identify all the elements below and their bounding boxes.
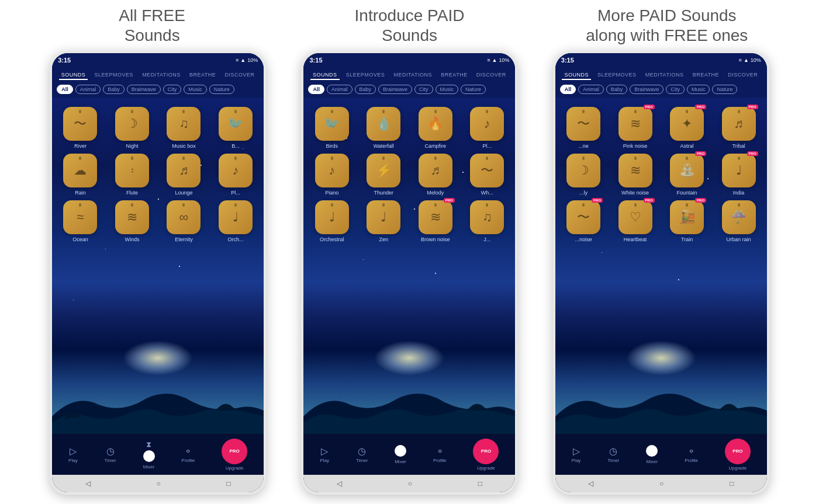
cat-baby-2[interactable]: Baby xyxy=(355,85,376,94)
cat-city-1[interactable]: City xyxy=(163,85,182,94)
nav-profile-2[interactable]: ⚬ Profile xyxy=(433,446,447,463)
tab-meditations-3[interactable]: MEDITATIONS xyxy=(643,71,686,80)
pro-button-3[interactable]: PRO xyxy=(725,439,751,464)
cat-brainwave-1[interactable]: Brainwave xyxy=(127,85,161,94)
sound-item-musicbox[interactable]: ♫Music box xyxy=(160,107,208,149)
nav-profile-3[interactable]: ⚬ Profile xyxy=(685,446,698,463)
pro-button-1[interactable]: PRO xyxy=(222,439,247,464)
nav-mixer-3[interactable]: Mixer xyxy=(646,445,658,464)
nav-upgrade-1[interactable]: PRO Upgrade xyxy=(222,439,247,471)
back-btn-1[interactable]: ◁ xyxy=(85,479,91,488)
cat-baby-3[interactable]: Baby xyxy=(606,85,628,94)
cat-brainwave-2[interactable]: Brainwave xyxy=(378,85,412,94)
cat-animal-3[interactable]: Animal xyxy=(578,85,604,94)
tab-discover-3[interactable]: DISCOVER xyxy=(725,71,760,80)
sound-item-thunder[interactable]: ⚡Thunder xyxy=(360,154,407,196)
tab-sounds-1[interactable]: SOUNDS xyxy=(59,71,88,80)
home-btn-2[interactable]: ○ xyxy=(408,479,412,488)
recent-btn-1[interactable]: □ xyxy=(226,479,230,488)
sound-item-brownnoise[interactable]: PRO≋Brown noise xyxy=(412,200,459,242)
recent-btn-2[interactable]: □ xyxy=(478,479,482,488)
cat-animal-2[interactable]: Animal xyxy=(327,85,353,94)
sound-item-b[interactable]: 🐦B... xyxy=(212,107,260,149)
nav-play-2[interactable]: ▷ Play xyxy=(320,446,329,463)
sound-item-noise[interactable]: PRO〜...noise xyxy=(560,200,607,242)
recent-btn-3[interactable]: □ xyxy=(730,479,734,488)
tab-sleepmoves-3[interactable]: SLEEPMOVES xyxy=(595,71,639,80)
sound-item-river[interactable]: 〜River xyxy=(57,107,104,149)
back-btn-2[interactable]: ◁ xyxy=(337,479,342,488)
sound-item-rain[interactable]: ☁Rain xyxy=(57,154,104,196)
cat-music-2[interactable]: Music xyxy=(436,85,459,94)
pro-button-2[interactable]: PRO xyxy=(473,439,499,464)
sound-item-pinknoise[interactable]: PRO≋Pink noise xyxy=(611,107,659,149)
sound-item-heartbeat[interactable]: PRO♡Heartbeat xyxy=(611,200,659,242)
tab-sleepmoves-1[interactable]: SLEEPMOVES xyxy=(92,71,136,80)
tab-sleepmoves-2[interactable]: SLEEPMOVES xyxy=(344,71,388,80)
home-btn-1[interactable]: ○ xyxy=(156,479,160,488)
cat-city-3[interactable]: City xyxy=(666,85,685,94)
sound-item-ly[interactable]: ☽...ly xyxy=(560,154,607,196)
cat-all-2[interactable]: All xyxy=(308,85,324,94)
cat-nature-2[interactable]: Nature xyxy=(461,85,486,94)
tab-sounds-2[interactable]: SOUNDS xyxy=(310,71,340,80)
tab-breathe-2[interactable]: BREATHE xyxy=(438,71,469,80)
sound-item-fountain[interactable]: PRO⛲Fountain xyxy=(664,154,711,196)
tab-meditations-2[interactable]: MEDITATIONS xyxy=(391,71,434,80)
nav-upgrade-3[interactable]: PRO Upgrade xyxy=(725,439,751,471)
sound-item-urbanrain[interactable]: ☔Urban rain xyxy=(715,200,762,242)
sound-item-orchestral[interactable]: ♩Orchestral xyxy=(308,200,355,242)
tab-discover-1[interactable]: DISCOVER xyxy=(222,71,257,80)
nav-timer-3[interactable]: ◷ Timer xyxy=(607,446,619,463)
sound-item-zen[interactable]: ♩Zen xyxy=(360,200,407,242)
cat-baby-1[interactable]: Baby xyxy=(103,85,125,94)
sound-item-melody[interactable]: ♬Melody xyxy=(412,154,459,196)
sound-item-campfire[interactable]: 🔥Campfire xyxy=(412,107,459,149)
sound-item-birds[interactable]: 🐦Birds xyxy=(308,107,355,149)
sound-item-j[interactable]: ♫J... xyxy=(464,200,511,242)
home-btn-3[interactable]: ○ xyxy=(659,479,664,488)
sound-item-pl[interactable]: ♪Pl... xyxy=(212,154,260,196)
cat-all-3[interactable]: All xyxy=(560,85,576,94)
cat-brainwave-3[interactable]: Brainwave xyxy=(630,85,664,94)
cat-animal-1[interactable]: Animal xyxy=(75,85,101,94)
sound-item-orch[interactable]: ♩Orch... xyxy=(212,200,260,242)
tab-breathe-3[interactable]: BREATHE xyxy=(690,71,721,80)
sound-item-night[interactable]: ☽Night xyxy=(109,107,156,149)
sound-item-winds[interactable]: ≋Winds xyxy=(109,200,156,242)
sound-item-wh[interactable]: 〜Wh... xyxy=(464,154,511,196)
cat-all-1[interactable]: All xyxy=(57,85,73,94)
nav-timer-1[interactable]: ◷ Timer xyxy=(105,446,116,463)
sound-item-whitenoise[interactable]: ≋White noise xyxy=(611,154,659,196)
tab-discover-2[interactable]: DISCOVER xyxy=(474,71,509,80)
nav-profile-1[interactable]: ⚬ Profile xyxy=(182,446,195,463)
cat-music-3[interactable]: Music xyxy=(687,85,710,94)
sound-icon-fountain: PRO⛲ xyxy=(670,154,704,187)
tab-sounds-3[interactable]: SOUNDS xyxy=(562,71,591,80)
nav-upgrade-2[interactable]: PRO Upgrade xyxy=(473,439,499,471)
sound-item-waterfall[interactable]: 💧Waterfall xyxy=(360,107,407,149)
cat-music-1[interactable]: Music xyxy=(184,85,207,94)
sound-item-train[interactable]: PRO🚂Train xyxy=(664,200,711,242)
tab-breathe-1[interactable]: BREATHE xyxy=(187,71,218,80)
nav-timer-2[interactable]: ◷ Timer xyxy=(356,446,368,463)
nav-play-3[interactable]: ▷ Play xyxy=(572,446,581,463)
sound-item-flute[interactable]: 𝄈Flute xyxy=(109,154,156,196)
tab-meditations-1[interactable]: MEDITATIONS xyxy=(140,71,183,80)
sound-item-piano[interactable]: ♪Piano xyxy=(308,154,355,196)
cat-city-2[interactable]: City xyxy=(414,85,433,94)
sound-item-lounge[interactable]: ♬Lounge xyxy=(160,154,208,196)
nav-mixer-2[interactable]: Mixer xyxy=(395,445,406,464)
sound-item-india[interactable]: PRO♩India xyxy=(715,154,762,196)
back-btn-3[interactable]: ◁ xyxy=(588,479,593,488)
sound-item-ne[interactable]: 〜...ne xyxy=(560,107,607,149)
nav-play-1[interactable]: ▷ Play xyxy=(68,446,78,463)
nav-mixer-1[interactable]: ⧗ Mixer xyxy=(143,440,155,470)
sound-item-pl[interactable]: ♪Pl... xyxy=(464,107,511,149)
sound-item-ocean[interactable]: ≈Ocean xyxy=(57,200,104,242)
sound-item-eternity[interactable]: ∞Eternity xyxy=(160,200,208,242)
cat-nature-1[interactable]: Nature xyxy=(209,85,234,94)
sound-item-astral[interactable]: PRO✦Astral xyxy=(664,107,711,149)
cat-nature-3[interactable]: Nature xyxy=(712,85,737,94)
sound-item-tribal[interactable]: PRO♬Tribal xyxy=(715,107,762,149)
